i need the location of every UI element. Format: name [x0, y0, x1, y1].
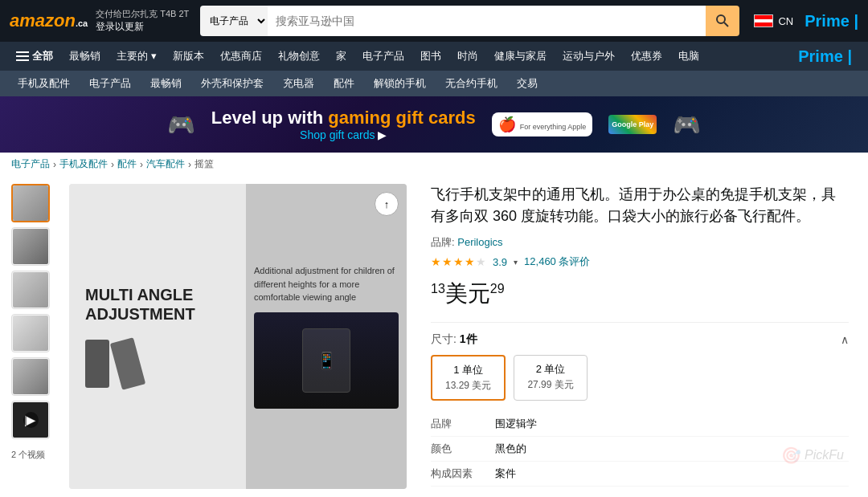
- price-cents: 29: [490, 282, 505, 295]
- watermark-icon: 🎯: [781, 446, 801, 465]
- image-right-text: Additional adjustment for children of di…: [254, 264, 399, 304]
- image-left-panel: MULTI ANGLEADJUSTMENT: [69, 184, 246, 489]
- logo-ca: .ca: [76, 18, 88, 28]
- nav-gifts[interactable]: 礼物创意: [270, 42, 328, 71]
- size-chevron-icon: ∧: [841, 333, 849, 346]
- subnav-electronics[interactable]: 电子产品: [80, 71, 141, 96]
- subnav-cases[interactable]: 外壳和保护套: [191, 71, 273, 96]
- size-label: 尺寸:: [431, 332, 457, 345]
- size-options: 1 单位 13.29 美元 2 单位 27.99 美元: [431, 355, 849, 401]
- thumbnail-2[interactable]: [11, 227, 50, 266]
- spec-row-brand: 品牌 围逻辑学: [431, 412, 849, 437]
- star-4: ★: [465, 255, 475, 268]
- subnav-chargers[interactable]: 充电器: [273, 71, 324, 96]
- apple-logo-icon: 🍎 For everything Apple: [492, 112, 593, 136]
- category-select[interactable]: 电子产品: [200, 6, 268, 36]
- size-option-1unit-price: 13.29 美元: [445, 379, 491, 393]
- subnav-mobile[interactable]: 手机及配件: [8, 71, 80, 96]
- breadcrumb-sep-4: ›: [188, 159, 191, 170]
- nav-health[interactable]: 健康与家居: [486, 42, 555, 71]
- gaming-gift-cards-banner[interactable]: 🎮 Level up with gaming gift cards Shop g…: [0, 96, 868, 153]
- thumbnail-1[interactable]: [11, 184, 50, 222]
- subnav-deals[interactable]: 交易: [507, 71, 547, 96]
- subnav-accessories[interactable]: 配件: [324, 71, 364, 96]
- nav-deals[interactable]: 优惠商店: [212, 42, 270, 71]
- nav-bestseller[interactable]: 最畅销: [61, 42, 108, 71]
- main-product-image: MULTI ANGLEADJUSTMENT Additional adjustm…: [69, 184, 407, 489]
- breadcrumb-cradle: 摇篮: [194, 157, 214, 171]
- thumbnail-5[interactable]: [11, 357, 50, 396]
- size-option-1unit-name: 1 单位: [445, 363, 491, 377]
- thumbnail-3[interactable]: [11, 271, 50, 309]
- delivery-info: 交付给巴尔扎克 T4B 2T 登录以更新: [96, 8, 192, 34]
- nav-books[interactable]: 图书: [412, 42, 449, 71]
- spec-value-factor: 案件: [495, 466, 516, 481]
- subnav-topsellers[interactable]: 最畅销: [141, 71, 191, 96]
- region-label[interactable]: CN: [778, 15, 793, 27]
- size-option-1unit[interactable]: 1 单位 13.29 美元: [431, 355, 506, 401]
- size-value: 1件: [460, 332, 477, 345]
- nav-all-button[interactable]: 全部: [8, 42, 61, 71]
- rating-chevron-icon: ▾: [514, 258, 518, 267]
- share-button[interactable]: ↑: [375, 192, 399, 216]
- login-link[interactable]: 登录以更新: [96, 20, 192, 34]
- spec-label-factor: 构成因素: [431, 466, 495, 481]
- banner-text-block: Level up with gaming gift cards Shop gif…: [211, 108, 476, 141]
- size-option-2units[interactable]: 2 单位 27.99 美元: [514, 355, 587, 401]
- price-currency-label: 美元: [445, 281, 490, 306]
- image-bold-text: MULTI ANGLEADJUSTMENT: [85, 285, 230, 324]
- product-price: 13美元29: [431, 281, 505, 306]
- thumbnail-6-video[interactable]: ▶: [11, 401, 50, 439]
- breadcrumb-mobile-acc[interactable]: 手机及配件: [59, 157, 108, 171]
- prime-label[interactable]: Prime |: [805, 12, 858, 31]
- nav-newrelease[interactable]: 新版本: [165, 42, 212, 71]
- spec-row-factor: 构成因素 案件: [431, 462, 849, 487]
- banner-highlight: gaming gift cards: [328, 108, 475, 128]
- size-selector: 尺寸: 1件 ∧ 1 单位 13.29 美元 2 单位 27.99 美元: [431, 322, 849, 401]
- star-5-empty: ★: [476, 255, 486, 268]
- nav-main[interactable]: 主要的 ▾: [108, 42, 165, 71]
- breadcrumb-car-acc[interactable]: 汽车配件: [146, 157, 185, 171]
- pickfu-watermark: 🎯 PickFu: [781, 446, 844, 465]
- nav-coupons[interactable]: 优惠券: [623, 42, 670, 71]
- main-content: ▶ 2 个视频 MULTI ANGLEADJUSTMENT Additional…: [0, 176, 868, 497]
- banner-title: Level up with gaming gift cards: [211, 108, 476, 128]
- subnav-nocontract[interactable]: 无合约手机: [436, 71, 507, 96]
- breadcrumb-accessories[interactable]: 配件: [117, 157, 137, 171]
- brand-name-link[interactable]: Perilogics: [457, 236, 502, 248]
- nav-prime[interactable]: Prime |: [790, 47, 860, 66]
- spec-label-color: 颜色: [431, 442, 495, 456]
- search-button[interactable]: [706, 6, 739, 36]
- amazon-logo[interactable]: amazon.ca: [10, 10, 88, 31]
- nav-electronics[interactable]: 电子产品: [354, 42, 412, 71]
- review-count[interactable]: 12,460 条评价: [524, 255, 590, 269]
- spec-label-brand: 品牌: [431, 417, 495, 431]
- search-bar: 电子产品: [200, 6, 739, 36]
- nav-fashion[interactable]: 时尚: [449, 42, 486, 71]
- brand-label: 品牌:: [431, 236, 455, 248]
- share-icon: ↑: [384, 198, 390, 210]
- star-rating: ★ ★ ★ ★ ★: [431, 255, 486, 268]
- nav-home[interactable]: 家: [328, 42, 354, 71]
- header-right: CN Prime |: [754, 12, 858, 31]
- gamepad-icon-left: 🎮: [167, 112, 195, 138]
- brand-line: 品牌: Perilogics: [431, 235, 849, 250]
- banner-shop-label[interactable]: Shop gift cards ▶: [211, 128, 476, 141]
- subnav-unlocked[interactable]: 解锁的手机: [364, 71, 436, 96]
- size-option-2units-price: 27.99 美元: [527, 378, 573, 392]
- breadcrumb-electronics[interactable]: 电子产品: [11, 157, 50, 171]
- thumbnail-4[interactable]: [11, 314, 50, 352]
- banner-content: 🎮 Level up with gaming gift cards Shop g…: [167, 108, 701, 141]
- star-2: ★: [442, 255, 452, 268]
- star-1: ★: [431, 255, 441, 268]
- rating-number[interactable]: 3.9: [493, 256, 507, 268]
- search-input[interactable]: [268, 6, 706, 36]
- nav-sports[interactable]: 运动与户外: [555, 42, 623, 71]
- price-main: 13: [431, 282, 445, 295]
- flag-icon: [754, 14, 773, 27]
- nav-pc[interactable]: 电脑: [670, 42, 707, 71]
- video-count-label: 2 个视频: [11, 449, 53, 461]
- breadcrumb-sep-3: ›: [140, 159, 143, 170]
- breadcrumb-sep-1: ›: [53, 159, 56, 170]
- svg-line-1: [724, 22, 728, 26]
